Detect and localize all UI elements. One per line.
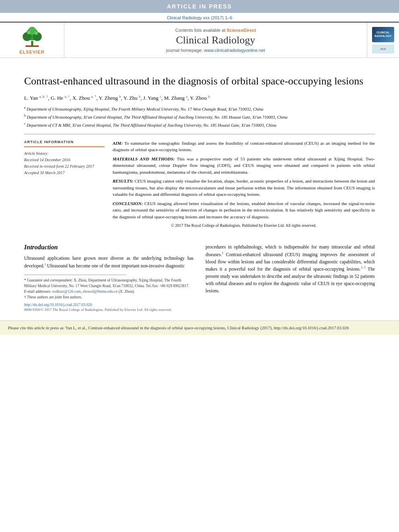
intro-left-column: Introduction Ultrasound applications hav… [24,244,193,300]
svg-point-6 [27,31,30,34]
journal-ref: Clinical Radiology xxx (2017) 1–6 [0,13,399,22]
results-label: RESULTS: [113,179,134,183]
abstract-methods: MATERIALS AND METHODS: This was a prospe… [113,156,375,176]
journal-ref-text: Clinical Radiology xxx (2017) 1–6 [167,15,232,20]
guarantor-text: * Guarantor and correspondent: X. Zhou, … [24,278,189,288]
footnote-divider [24,275,126,275]
science-direct-line: Contents lists available at ScienceDirec… [175,28,256,33]
radiology-logo-area: CLINICALRADIOLOGY RCR [367,23,399,58]
abstract-section: AIM: To summarise the sonographic findin… [113,140,375,228]
svg-rect-0 [31,41,33,46]
elsevier-tree-icon [18,26,46,48]
article-info-left: ARTICLE INFORMATION Article history: Rec… [24,140,105,228]
email1-link[interactable]: zxdkszr@126.com [52,290,81,294]
introduction-section: Introduction Ultrasound applications hav… [0,244,399,300]
article-title: Contrast-enhanced ultrasound in the diag… [24,74,375,88]
affiliation-a: a Department of Ultrasonography, Xijing … [24,105,375,112]
conclusion-text: CEUS imaging allowed better visualisatio… [113,201,375,219]
affiliation-b: b Department of Ultrasonography, Xi'an C… [24,113,375,120]
homepage-prefix: journal homepage: [166,48,204,53]
right-para1b: Contrast-enhanced ultrasound (CEUS) imag… [206,252,375,271]
abstract-aim: AIM: To summarise the sonographic findin… [113,140,375,153]
journal-homepage-line: journal homepage: www.clinicalradiologyo… [166,48,265,53]
article-content: Contrast-enhanced ultrasound in the diag… [0,58,399,232]
revised-date: Received in revised form 22 February 201… [24,163,105,170]
intro-left-text: Ultrasound applications have grown more … [24,255,193,269]
affiliation-c-text: Department of CT & MRI, Xi'an Central Ho… [27,123,276,127]
science-direct-link[interactable]: ScienceDirect [227,28,256,33]
introduction-heading: Introduction [24,244,193,251]
footnote-email: E-mail addresses: zxdkszr@126.com, zhoux… [24,289,193,294]
doi-copyright: 0009-9260/© 2017 The Royal College of Ra… [0,307,399,312]
aim-text: To summarise the sonographic findings an… [113,141,375,152]
info-divider [24,146,105,147]
section-divider-1 [24,134,375,134]
svg-point-7 [34,31,37,35]
email-suffix: (X. Zhou). [118,290,135,294]
authors-line: L. Yan a, b, †, G. He a, †, X. Zhou a, *… [24,94,375,101]
results-text: CEUS imaging cannot only visualise the l… [113,179,375,197]
clinical-radiology-logo: CLINICALRADIOLOGY [372,27,394,42]
doi-link[interactable]: http://dx.doi.org/10.1016/j.crad.2017.03… [24,303,92,307]
methods-label: MATERIALS AND METHODS: [113,156,175,161]
accepted-date: Accepted 30 March 2017 [24,170,105,176]
journal-center: Contents lists available at ScienceDirec… [64,23,367,58]
article-history: Article history: Received 14 December 20… [24,150,105,176]
journal-header: ELSEVIER Contents lists available at Sci… [0,22,399,58]
science-direct-prefix: Contents lists available at [175,28,227,33]
abstract-conclusion: CONCLUSION: CEUS imaging allowed better … [113,200,375,220]
intro-right-text: procedures in ophthalmology, which is in… [206,244,375,294]
intro-para1b: Ultrasound has become one of the most im… [46,263,185,268]
aim-label: AIM: [113,141,123,146]
email-prefix: E-mail addresses: [24,290,52,294]
elsevier-logo-area: ELSEVIER [0,23,64,58]
info-section-title: ARTICLE INFORMATION [24,140,105,144]
page: ARTICLE IN PRESS Clinical Radiology xxx … [0,0,399,532]
homepage-link[interactable]: www.clinicalradiologyonline.net [204,48,265,53]
citation-bar: Please cite this article in press as: Ya… [0,320,399,335]
footnote-guarantor: * Guarantor and correspondent: X. Zhou, … [24,277,193,289]
received-date: Received 14 December 2016 [24,157,105,163]
footnote-joint: † These authors are joint first authors. [24,294,193,300]
rcr-logo: RCR [372,45,394,53]
affiliation-b-text: Department of Ultrasonography, Xi'an Cen… [27,115,288,119]
elsevier-label: ELSEVIER [19,49,44,54]
ref-3-5: 3–5 [361,266,366,269]
intro-right-column: procedures in ophthalmology, which is in… [206,244,375,300]
article-info-section: ARTICLE INFORMATION Article history: Rec… [24,140,375,228]
article-in-press-banner: ARTICLE IN PRESS [0,0,399,13]
abstract-results: RESULTS: CEUS imaging cannot only visual… [113,178,375,198]
email2-link[interactable]: zhouxd@fmmu.edu.cn [83,290,118,294]
affiliations: a Department of Ultrasonography, Xijing … [24,105,375,128]
history-label: Article history: [24,150,105,157]
journal-title-header: Clinical Radiology [176,34,255,46]
affiliation-c: c Department of CT & MRI, Xi'an Central … [24,121,375,128]
citation-text: Please cite this article in press as: Ya… [8,326,349,330]
affiliation-a-text: Department of Ultrasonography, Xijing Ho… [27,107,263,111]
banner-text: ARTICLE IN PRESS [167,3,232,10]
conclusion-label: CONCLUSION: [113,201,143,206]
doi-footer: http://dx.doi.org/10.1016/j.crad.2017.03… [0,300,399,307]
abstract-copyright: © 2017 The Royal College of Radiologists… [113,223,375,228]
svg-rect-1 [25,45,39,47]
